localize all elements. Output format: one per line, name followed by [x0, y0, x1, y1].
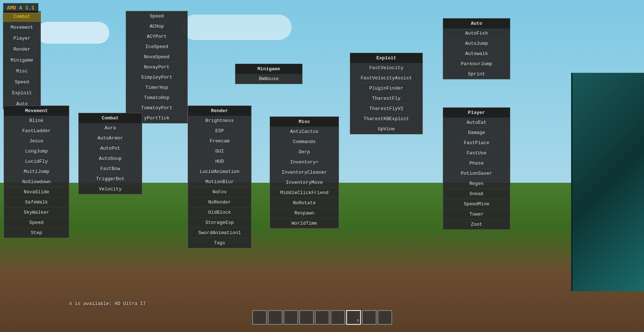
- player-phase[interactable]: Phase: [443, 158, 510, 169]
- speed-item-tomatohop[interactable]: TomatoHop: [126, 93, 187, 103]
- combat-autoarmor[interactable]: AutoArmor: [79, 133, 142, 143]
- speed-item-acyport[interactable]: ACYPort: [126, 32, 187, 42]
- player-regen[interactable]: Regen: [443, 179, 510, 189]
- player-fastuse[interactable]: FastUse: [443, 148, 510, 158]
- exploit-fastvelocityassist[interactable]: FastVelocityAssist: [350, 73, 422, 83]
- misc-inventorycleaner[interactable]: InventoryCleaner: [270, 167, 339, 178]
- speed-item-novaspeed[interactable]: NovaSpeed: [126, 52, 187, 62]
- movement-multijump[interactable]: MultiJump: [4, 167, 69, 177]
- speed-item-timerhop[interactable]: TimerHop: [126, 83, 187, 93]
- render-lucidanimation[interactable]: LucidAnimation: [188, 167, 251, 177]
- player-autoeat[interactable]: AutoEat: [443, 118, 510, 128]
- nav-item-player[interactable]: Player: [3, 33, 40, 44]
- combat-autopot[interactable]: AutoPot: [79, 143, 142, 154]
- render-swordanimation[interactable]: SwordAnimation1: [188, 228, 251, 238]
- misc-worldtime[interactable]: WorldTime: [270, 218, 339, 228]
- nav-item-render[interactable]: Render: [3, 44, 40, 55]
- movement-safewalk[interactable]: SafeWalk: [4, 197, 69, 208]
- render-oldblock[interactable]: OldBlock: [188, 208, 251, 218]
- chat-message: n is available: HD Ultra I7: [69, 301, 146, 307]
- exploit-pluginfinder[interactable]: PluginFinder: [350, 83, 422, 94]
- render-brightness[interactable]: Brightness: [188, 116, 251, 126]
- auto-panel: Auto AutoFish AutoJump Autowalk ParkourJ…: [443, 18, 510, 79]
- exploit-thatestkbexploit[interactable]: TharestKBExploit: [350, 114, 422, 124]
- movement-longjump[interactable]: LongJump: [4, 146, 69, 157]
- misc-anticactus[interactable]: AntiCactus: [270, 127, 339, 137]
- hotbar-slot-3[interactable]: [284, 310, 298, 325]
- exploit-tharestfly[interactable]: TharestFly: [350, 94, 422, 104]
- speed-item-novayport[interactable]: NovayPort: [126, 62, 187, 72]
- render-gui[interactable]: GUI: [188, 146, 251, 157]
- player-potionsaver[interactable]: PotionSaver: [443, 169, 510, 179]
- player-fastplace[interactable]: FastPlace: [443, 138, 510, 148]
- player-tower[interactable]: Tower: [443, 209, 510, 220]
- speed-item-tomatoyport[interactable]: TomatoyPort: [126, 103, 187, 113]
- exploit-panel: Exploit FastVelocity FastVelocityAssist …: [350, 53, 423, 134]
- movement-lucidfly[interactable]: LucidFly: [4, 157, 69, 167]
- misc-norotate[interactable]: NoRotate: [270, 198, 339, 208]
- movement-noslowdown[interactable]: NoSlowdown: [4, 177, 69, 187]
- misc-inventory-plus[interactable]: Inventory+: [270, 157, 339, 167]
- hotbar-slot-2[interactable]: [268, 310, 282, 325]
- movement-step[interactable]: Step: [4, 228, 69, 238]
- speed-item-icespeed[interactable]: IceSpeed: [126, 42, 187, 52]
- title-version: 1.1: [25, 5, 34, 11]
- auto-sprint[interactable]: Sprint: [443, 69, 510, 79]
- misc-inventorymove[interactable]: InventoryMove: [270, 178, 339, 188]
- nav-item-minigame[interactable]: Minigame: [3, 55, 40, 66]
- render-norender[interactable]: NoRender: [188, 197, 251, 208]
- speed-item-speed[interactable]: Speed: [126, 11, 187, 21]
- auto-autofish[interactable]: AutoFish: [443, 28, 510, 39]
- combat-aura[interactable]: Aura: [79, 123, 142, 133]
- misc-middleclickfriend[interactable]: MiddleClickFriend: [270, 188, 339, 198]
- movement-jesus[interactable]: Jesus: [4, 136, 69, 146]
- movement-novaglide[interactable]: NovaGlide: [4, 187, 69, 197]
- misc-commands[interactable]: Commands: [270, 137, 339, 147]
- combat-fastbow[interactable]: FastBow: [79, 164, 142, 174]
- combat-triggerbot[interactable]: TriggerBot: [79, 174, 142, 184]
- speed-item-achop[interactable]: ACHop: [126, 21, 187, 32]
- render-hud[interactable]: HUD: [188, 157, 251, 167]
- nav-item-misc[interactable]: Misc: [3, 66, 40, 77]
- movement-skywalker[interactable]: SkyWalker: [4, 208, 69, 218]
- hotbar-slot-6[interactable]: [331, 310, 345, 325]
- render-freecam[interactable]: Freecam: [188, 136, 251, 146]
- render-storageesp[interactable]: StorageEsp: [188, 218, 251, 228]
- nav-item-speed[interactable]: Speed: [3, 77, 40, 88]
- combat-autosoup[interactable]: AutoSoup: [79, 154, 142, 164]
- misc-panel: Misc AntiCactus Commands Derp Inventory+…: [270, 116, 339, 229]
- nav-item-movement[interactable]: Movement: [3, 22, 40, 33]
- auto-header: Auto: [443, 19, 510, 28]
- hotbar-slot-5[interactable]: [315, 310, 329, 325]
- title-text: AMD A 1.1: [7, 5, 35, 11]
- render-esp[interactable]: ESP: [188, 126, 251, 136]
- auto-autowalk[interactable]: Autowalk: [443, 49, 510, 59]
- speed-item-simpleyport[interactable]: SimpleyPort: [126, 72, 187, 83]
- auto-parkourjump[interactable]: ParkourJump: [443, 59, 510, 69]
- hotbar-slot-1[interactable]: [252, 310, 267, 325]
- exploit-tharestflyv2[interactable]: TharestFlyV2: [350, 104, 422, 114]
- render-tags[interactable]: Tags: [188, 238, 251, 248]
- exploit-fastvelocity[interactable]: FastVelocity: [350, 63, 422, 73]
- player-sneak[interactable]: Sneak: [443, 189, 510, 199]
- render-motionblur[interactable]: MotionBlur: [188, 177, 251, 187]
- misc-derp[interactable]: Derp: [270, 147, 339, 157]
- nav-item-exploit[interactable]: Exploit: [3, 88, 40, 99]
- combat-velocity[interactable]: Velocity: [79, 184, 142, 194]
- render-nofov[interactable]: NoFov: [188, 187, 251, 197]
- misc-respawn[interactable]: Respawn: [270, 208, 339, 218]
- movement-blink[interactable]: Blink: [4, 116, 69, 126]
- player-zoot[interactable]: Zoot: [443, 220, 510, 229]
- hotbar-slot-9[interactable]: [378, 310, 392, 325]
- player-speedmine[interactable]: SpeedMine: [443, 199, 510, 209]
- movement-fastladder[interactable]: FastLadder: [4, 126, 69, 136]
- exploit-upvine[interactable]: UpVine: [350, 124, 422, 134]
- hotbar-slot-7[interactable]: 7: [346, 310, 361, 325]
- auto-autojump[interactable]: AutoJump: [443, 39, 510, 49]
- hotbar-slot-4[interactable]: [299, 310, 314, 325]
- minigame-bwabuse[interactable]: BWAbuse: [235, 74, 302, 84]
- hotbar-slot-8[interactable]: [362, 310, 376, 325]
- minecraft-blocks: [571, 73, 644, 291]
- movement-speed[interactable]: Speed: [4, 218, 69, 228]
- player-damage[interactable]: Damage: [443, 128, 510, 138]
